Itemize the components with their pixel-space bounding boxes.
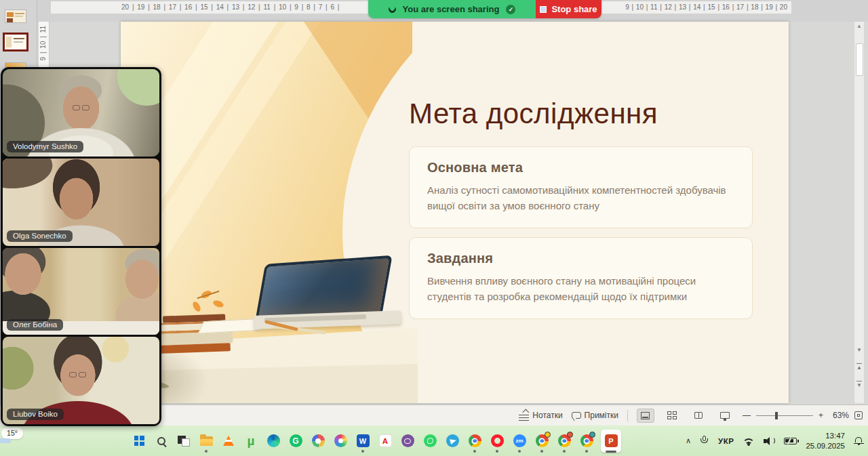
utorrent-icon: µ <box>248 434 255 447</box>
participant-video-oleg[interactable]: Олег Бобіна <box>3 248 159 335</box>
zoom-slider[interactable] <box>756 415 813 416</box>
search-icon <box>157 437 165 445</box>
participant-name: Volodymyr Sushko <box>7 141 83 152</box>
task-view-button[interactable] <box>175 429 193 453</box>
fit-to-window-icon[interactable] <box>854 411 863 419</box>
keyboard-language[interactable]: УКР <box>718 437 734 445</box>
next-slide-button[interactable]: ▼ <box>854 381 864 388</box>
battery-icon[interactable] <box>784 438 797 444</box>
grammarly-button[interactable]: G <box>287 429 304 453</box>
whatsapp-button[interactable] <box>421 429 439 453</box>
photos-button[interactable] <box>332 429 349 453</box>
zoom-app-icon: zm <box>513 434 526 447</box>
chrome-button[interactable] <box>466 429 484 453</box>
stop-share-button[interactable]: Stop share <box>536 0 601 18</box>
ruler-right-scale: 9 | 10 | 11 | 12 | 13 | 14 | 15 | 16 | 1… <box>625 1 787 14</box>
scroll-up-icon[interactable]: ▲ <box>854 23 864 29</box>
start-button[interactable] <box>130 429 148 453</box>
participant-name: Олег Бобіна <box>7 319 63 331</box>
slideshow-button[interactable] <box>716 409 734 423</box>
slideshow-icon <box>720 412 730 419</box>
taskbar-search[interactable] <box>153 429 170 453</box>
vertical-scrollbar[interactable]: ▲ ▼ ▲ ▼ <box>854 22 864 403</box>
desktop-screen: 20 | 19 | 18 | 17 | 16 | 15 | 14 | 13 | … <box>0 0 868 456</box>
edge-button[interactable] <box>264 429 282 453</box>
phone-icon <box>387 4 397 15</box>
participant-name: Olga Sonechko <box>7 230 73 242</box>
file-explorer-button[interactable] <box>197 429 215 453</box>
word-icon: W <box>357 434 370 447</box>
folder-icon <box>200 436 213 446</box>
microphone-icon[interactable] <box>700 436 709 447</box>
chrome-profile2-button[interactable] <box>555 429 573 453</box>
powerpoint-icon: P <box>605 434 618 447</box>
comments-button[interactable]: Примітки <box>572 411 618 420</box>
participant-name: Liubov Boiko <box>7 409 64 420</box>
chrome-profile1-button[interactable] <box>533 429 551 453</box>
participant-video-liubov[interactable]: Liubov Boiko <box>3 337 159 424</box>
scrollbar-thumb[interactable] <box>856 43 863 76</box>
volume-icon[interactable] <box>764 436 775 446</box>
powerpoint-button-active[interactable]: P <box>600 429 622 453</box>
paint-palette-icon <box>312 434 325 447</box>
profile-badge <box>545 432 551 438</box>
zoom-slider-handle[interactable] <box>775 412 778 419</box>
acrobat-icon: A <box>379 434 392 447</box>
active-app-indicator <box>606 451 616 453</box>
glasses <box>69 372 86 377</box>
notification-bell-icon[interactable] <box>854 436 864 446</box>
taskbar-app-icons: µ G W A zm P <box>130 426 622 456</box>
slide-thumbnail-1[interactable] <box>5 9 26 23</box>
scroll-down-icon[interactable]: ▼ <box>854 347 864 353</box>
slide-card-tasks[interactable]: Завдання Вивчення впливу воєнного стану … <box>409 237 753 319</box>
paint-button[interactable] <box>309 429 327 453</box>
notes-label: Нотатки <box>532 411 562 420</box>
vlc-cone-icon <box>223 436 234 446</box>
slide-title[interactable]: Мета дослідження <box>409 98 756 130</box>
card-heading: Основна мета <box>427 160 734 175</box>
zoom-level[interactable]: 63% <box>829 411 849 420</box>
glasses <box>73 105 90 110</box>
tray-overflow-chevron-icon[interactable]: ∧ <box>686 436 691 445</box>
edge-icon <box>267 434 280 447</box>
slide-card-main-goal[interactable]: Основна мета Аналіз сутності самомотивац… <box>409 146 753 228</box>
word-button[interactable]: W <box>354 429 372 453</box>
vlc-button[interactable] <box>220 429 237 453</box>
shield-check-icon: ✓ <box>506 5 515 14</box>
card-body: Вивчення впливу воєнного стану на мотива… <box>427 274 734 304</box>
normal-view-button[interactable] <box>637 409 654 423</box>
acrobat-button[interactable]: A <box>376 429 394 453</box>
zoom-in-button[interactable]: + <box>818 411 823 420</box>
slide-canvas[interactable]: Мета дослідження Основна мета Аналіз сут… <box>121 22 789 403</box>
grammarly-icon: G <box>290 434 302 447</box>
screen-share-status: You are screen sharing ✓ <box>368 0 536 18</box>
zoom-app-button[interactable]: zm <box>511 429 528 453</box>
participant-video-olga[interactable]: Olga Sonechko <box>3 159 159 246</box>
weather-widget[interactable]: 15° <box>1 428 23 439</box>
telegram-button[interactable] <box>443 429 461 453</box>
card-body: Аналіз сутності самомотиваційних компете… <box>427 183 734 213</box>
stop-share-label: Stop share <box>551 4 597 14</box>
previous-slide-button[interactable]: ▲ <box>854 363 864 371</box>
clock[interactable]: 13:47 25.09.2025 <box>806 431 845 451</box>
photos-pinwheel-icon <box>334 434 347 447</box>
whatsapp-icon <box>424 434 437 447</box>
utorrent-button[interactable]: µ <box>242 429 260 453</box>
viber-button[interactable] <box>399 429 416 453</box>
zoom-out-button[interactable]: — <box>743 411 751 420</box>
screen-share-text: You are screen sharing <box>403 4 500 14</box>
wifi-icon[interactable] <box>743 436 755 445</box>
tray-time: 13:47 <box>825 432 845 440</box>
notes-button[interactable]: Нотатки <box>519 410 562 421</box>
slide-sorter-button[interactable] <box>663 409 681 423</box>
opera-button[interactable] <box>488 429 506 453</box>
participant-video-volodymyr[interactable]: Volodymyr Sushko <box>3 69 159 157</box>
stop-icon <box>540 6 547 13</box>
reading-view-button[interactable] <box>690 409 707 423</box>
video-call-panel: Volodymyr Sushko Olga Sonechko Олег Бобі… <box>1 67 161 426</box>
windows-taskbar: 15° µ G W A zm P ∧ <box>0 426 868 456</box>
system-tray: ∧ УКР 13:47 25.09.2025 <box>686 426 864 456</box>
chrome-profile3-button[interactable] <box>578 429 595 453</box>
viber-icon <box>401 434 414 447</box>
slide-thumbnail-2-selected[interactable] <box>3 33 28 51</box>
